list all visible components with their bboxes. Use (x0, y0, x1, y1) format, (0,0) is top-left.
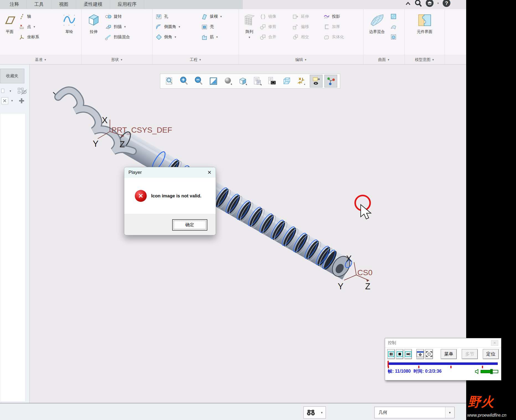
stop-button[interactable] (396, 349, 403, 359)
full-screen-button[interactable] (425, 349, 433, 359)
sketch-button[interactable]: 草绘 (59, 10, 80, 54)
saved-views-icon (252, 76, 262, 86)
svg-text:?: ? (445, 0, 448, 6)
intersect-label: 相交 (301, 34, 309, 40)
group-overflow-model-intent[interactable]: 模型意图▼ (405, 55, 445, 64)
extend-icon (292, 14, 299, 20)
tab-view[interactable]: 视图 (51, 0, 76, 9)
tab-annotate[interactable]: 注释 (2, 0, 27, 9)
tab-tools[interactable]: 工具 (27, 0, 51, 9)
round-button[interactable]: 倒圆角 ▼ (154, 22, 200, 32)
chevron-down-icon[interactable]: ▼ (437, 2, 439, 5)
chevron-down-icon[interactable]: ▼ (9, 90, 12, 92)
zoom-out-button[interactable] (192, 75, 205, 87)
refit-button[interactable] (163, 75, 176, 87)
mirror-icon (260, 14, 266, 20)
csys-button[interactable]: 坐标系 (18, 32, 59, 42)
timeline-tick (418, 366, 419, 368)
perspective-button[interactable] (280, 75, 293, 87)
add-icon[interactable] (19, 98, 25, 104)
ok-button[interactable]: 确定 (172, 219, 207, 231)
sweep-icon (105, 24, 112, 30)
trim-label: 修剪 (268, 24, 276, 29)
fast-forward-button[interactable] (404, 349, 412, 359)
shell-button[interactable]: 壳 (200, 22, 235, 32)
draft-button[interactable]: 拔模 ▼ (200, 11, 235, 22)
help-icon[interactable]: ? (442, 0, 451, 8)
group-overflow-surfaces[interactable]: 曲面▼ (363, 55, 404, 64)
chevron-down-icon[interactable]: ▼ (248, 36, 251, 39)
pattern-button[interactable]: 阵列 ▼ (241, 10, 258, 54)
chevron-down-icon[interactable]: ▼ (220, 15, 222, 18)
capture-button[interactable] (266, 75, 278, 87)
display-shade-button[interactable] (222, 75, 234, 87)
volume-control[interactable] (475, 369, 498, 374)
locate-button-label: 定位 (486, 351, 496, 357)
display-style-button[interactable] (236, 75, 249, 87)
chevron-down-icon[interactable]: ▼ (174, 36, 177, 38)
style-surface-button[interactable] (389, 22, 401, 32)
favorites-tab[interactable]: 收藏夹 (0, 69, 24, 83)
refit-icon (164, 76, 174, 86)
sketch-icon (62, 13, 76, 27)
close-search-icon[interactable] (1, 97, 8, 104)
annotation-display-button[interactable] (310, 75, 322, 87)
dialog-title-bar[interactable]: Player ✕ (124, 167, 216, 178)
axis-button[interactable]: 轴 (18, 11, 59, 22)
spin-center-button[interactable] (324, 75, 337, 87)
chevron-down-icon[interactable]: ▼ (11, 99, 13, 102)
sweep-button[interactable]: 扫描 ▼ (104, 22, 131, 32)
hole-button[interactable]: 孔 (154, 11, 200, 22)
fill-button[interactable] (389, 11, 401, 22)
find-options-dropdown[interactable]: ▼ (318, 406, 326, 419)
search-scope-combobox[interactable]: 几何 ▼ (374, 407, 455, 418)
tree-filter-icon[interactable] (1, 88, 7, 94)
rib-button[interactable]: 筋 ▼ (200, 32, 235, 42)
collapse-ribbon-icon[interactable] (405, 0, 411, 6)
menu-button[interactable]: 菜单 (441, 349, 457, 359)
zoom-in-button[interactable] (178, 75, 190, 87)
repaint-button[interactable] (207, 75, 220, 87)
project-button[interactable]: 投影 (322, 11, 357, 22)
close-icon[interactable]: ✕ (491, 340, 498, 346)
control-panel-title-bar[interactable]: 控制 ✕ (385, 338, 501, 348)
timeline-bar[interactable] (388, 362, 498, 365)
pause-button[interactable] (387, 349, 395, 359)
chamfer-button[interactable]: 倒角 ▼ (154, 32, 200, 42)
component-interface-button[interactable]: 元件界面 (411, 10, 438, 54)
revolve-button[interactable]: 旋转 (104, 11, 131, 22)
tab-flexible-modeling[interactable]: 柔性建模 (76, 0, 110, 9)
hide-tree-icon[interactable] (17, 87, 27, 95)
saved-views-button[interactable] (251, 75, 264, 87)
volume-knob[interactable] (490, 369, 493, 374)
group-overflow-datum[interactable]: 基准▼ (0, 55, 81, 64)
learning-center-icon[interactable] (425, 0, 434, 8)
chevron-down-icon[interactable]: ▼ (124, 25, 126, 28)
group-overflow-engineering[interactable]: 工程▼ (153, 55, 239, 64)
freestyle-button[interactable] (389, 32, 401, 42)
boundary-blend-button[interactable]: 边界混合 (365, 10, 389, 54)
close-icon[interactable]: ✕ (207, 170, 211, 175)
plane-button[interactable]: 平面 (2, 10, 18, 54)
chamfer-label: 倒角 (164, 34, 172, 40)
group-overflow-shapes[interactable]: 形状▼ (82, 55, 152, 64)
chevron-down-icon[interactable]: ▼ (33, 25, 36, 28)
fit-window-button[interactable] (416, 349, 424, 359)
shell-label: 壳 (210, 24, 214, 29)
datum-display-button[interactable] (295, 75, 308, 87)
chevron-down-icon[interactable]: ▼ (445, 407, 454, 418)
tab-applications[interactable]: 应用程序 (110, 0, 144, 9)
group-overflow-edit[interactable]: 编辑▼ (239, 55, 363, 64)
volume-slider[interactable] (481, 370, 498, 373)
chevron-down-icon[interactable]: ▼ (178, 25, 181, 28)
favorites-list[interactable] (0, 113, 25, 402)
chevron-down-icon[interactable]: ▼ (216, 36, 218, 38)
locate-button[interactable]: 定位 (483, 349, 499, 359)
playback-timeline[interactable] (387, 360, 499, 369)
swept-blend-button[interactable]: 扫描混合 (104, 32, 131, 42)
search-icon[interactable] (414, 0, 422, 7)
extrude-button[interactable]: 拉伸 (83, 10, 104, 54)
point-button[interactable]: 点 ▼ (18, 22, 59, 32)
find-button[interactable] (303, 406, 318, 419)
trim-button: 修剪 (258, 22, 291, 32)
